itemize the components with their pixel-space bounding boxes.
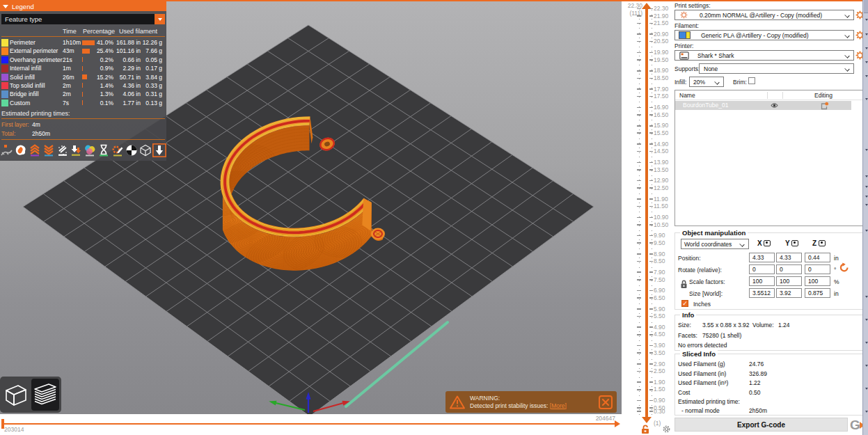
size-label: Size:	[678, 322, 691, 329]
brim-checkbox[interactable]	[748, 77, 755, 84]
lock-icon[interactable]	[640, 425, 650, 434]
color-changes-icon[interactable]	[83, 143, 97, 158]
3d-viewport[interactable]: Legend Feature type Time Percentage Used…	[0, 1, 622, 414]
feature-type-dropdown-button[interactable]	[155, 14, 165, 24]
feature-used-length: 4.06 in	[114, 90, 141, 97]
scrollbar-thumb[interactable]	[864, 0, 868, 13]
tool-marker-icon[interactable]	[139, 143, 152, 158]
tick-mark	[649, 88, 653, 90]
size-world-x-input[interactable]: 3.5512	[749, 288, 775, 298]
reset-rotation-icon[interactable]	[839, 262, 849, 272]
3d-editor-view-button[interactable]	[2, 379, 30, 411]
layer-tick-label: 6.90	[654, 287, 665, 294]
tick-mark	[637, 78, 641, 79]
tick-mark	[637, 143, 641, 145]
pause-prints-icon[interactable]	[97, 143, 111, 158]
layer-tick-label: 19.50	[654, 56, 668, 63]
chevron-down-icon	[739, 242, 744, 246]
object-list-row[interactable]: BourdonTube_01	[675, 101, 851, 110]
size-world-y-input[interactable]: 3.92	[776, 288, 802, 298]
feature-time: 26m	[63, 74, 74, 81]
scroll-tick	[865, 230, 868, 232]
rotate-relative-y-input[interactable]: 0	[776, 264, 802, 274]
sliced-info-value: 24.76	[749, 361, 764, 367]
object-name: BourdonTube_01	[683, 102, 728, 109]
layer-tick-label: 15.50	[654, 129, 668, 136]
scroll-tick	[865, 296, 868, 298]
layer-slider-bar[interactable]	[645, 8, 648, 418]
print-settings-select[interactable]: 0.20mm NORMAL @Artillery - Copy (modifie…	[674, 10, 854, 20]
slider-gear-icon[interactable]	[662, 425, 671, 434]
size-world-z-input[interactable]: 0.875	[805, 288, 830, 298]
tick-mark	[637, 345, 641, 347]
warning-more-link[interactable]: [More]	[550, 402, 567, 409]
object-list-header: Name Editing	[675, 90, 863, 100]
object-list[interactable]: Name Editing BourdonTube_01	[674, 90, 864, 226]
retractions-icon[interactable]	[14, 143, 28, 158]
chevron-down-icon	[714, 79, 719, 84]
position-z-input[interactable]: 0.44	[805, 253, 830, 262]
tick-mark	[637, 15, 641, 17]
coordinates-select[interactable]: World coordinates	[681, 239, 749, 249]
layer-tick-label: 2.90	[654, 361, 665, 367]
seams-icon[interactable]	[56, 143, 70, 158]
rotate-relative-z-input[interactable]: 0	[805, 264, 830, 274]
rotate-relative-x-input[interactable]: 0	[749, 264, 775, 274]
move-slider-track[interactable]	[3, 423, 615, 425]
layer-tick-label: 21.90	[654, 13, 668, 19]
eye-icon[interactable]	[771, 102, 778, 109]
close-icon	[601, 398, 610, 406]
layer-tick-label: 0.30	[654, 408, 665, 415]
legend-row: Top solid infill 2m 1.4% 4.36 in 0.33 g	[0, 81, 166, 90]
printer-select[interactable]: Shark * Shark	[674, 50, 854, 61]
travels-icon[interactable]	[0, 143, 14, 158]
scroll-tick	[865, 33, 868, 35]
legend-titlebar[interactable]: Legend	[0, 1, 166, 11]
supports-select[interactable]: None	[699, 63, 854, 74]
feature-label: Custom	[10, 100, 30, 106]
shells-icon[interactable]	[125, 143, 139, 158]
cube-icon	[4, 382, 28, 407]
scale-lock-icon[interactable]	[679, 279, 688, 289]
tick-mark	[649, 271, 653, 273]
unretractions-icon[interactable]	[42, 143, 56, 158]
chevron-down-icon	[844, 53, 849, 58]
feature-time: 7s	[63, 100, 69, 106]
collapse-triangle-icon	[3, 5, 8, 8]
layer-tick-label: 10.50	[654, 221, 668, 228]
scroll-tick	[865, 175, 868, 177]
feature-color-swatch	[1, 82, 8, 90]
tick-mark	[649, 96, 653, 97]
scale-factors-y-input[interactable]: 100	[776, 276, 802, 286]
feature-type-select[interactable]: Feature type	[1, 14, 165, 24]
scale-factors-z-input[interactable]: 100	[805, 276, 830, 286]
deretractions-icon[interactable]	[28, 143, 42, 158]
tool-changes-icon[interactable]	[69, 143, 83, 158]
scale-factors-x-input[interactable]: 100	[749, 276, 775, 286]
inches-checkbox[interactable]: ✓	[681, 300, 688, 307]
preview-view-button[interactable]	[31, 379, 59, 411]
feature-label: Bridge infill	[10, 90, 39, 97]
position-y-input[interactable]: 4.33	[776, 253, 802, 262]
filament-select[interactable]: Generic PLA @Artillery - Copy (modified)	[674, 30, 854, 40]
scrollbar[interactable]	[862, 0, 868, 435]
layer-tick-label: 9.90	[654, 232, 665, 239]
feature-used-weight: 0.05 g	[141, 56, 162, 63]
print-settings-gear-icon	[680, 11, 688, 19]
tick-mark	[637, 253, 641, 255]
tick-mark	[649, 162, 653, 164]
move-slider-right-arrow[interactable]	[615, 420, 620, 427]
facets-value: 75280 (1 shell)	[702, 332, 741, 339]
export-gcode-button[interactable]: Export G-code	[674, 418, 848, 432]
legend-row: Overhang perimeter 21s 0.2% 0.66 in 0.05…	[0, 56, 166, 64]
toast-close-button[interactable]	[599, 395, 613, 409]
layer-tick-label: 16.50	[654, 111, 668, 118]
travel-paths-icon[interactable]	[152, 143, 166, 158]
layer-slider-bottom-handle[interactable]	[642, 417, 652, 423]
tick-mark	[637, 114, 641, 116]
infill-select[interactable]: 20%	[689, 77, 724, 87]
legend-row: Solid infill 26m 15.2% 50.71 in 3.84 g	[0, 73, 166, 81]
position-x-input[interactable]: 4.33	[749, 253, 775, 262]
custom-gcodes-icon[interactable]	[111, 143, 125, 158]
editing-icon[interactable]	[820, 102, 829, 110]
